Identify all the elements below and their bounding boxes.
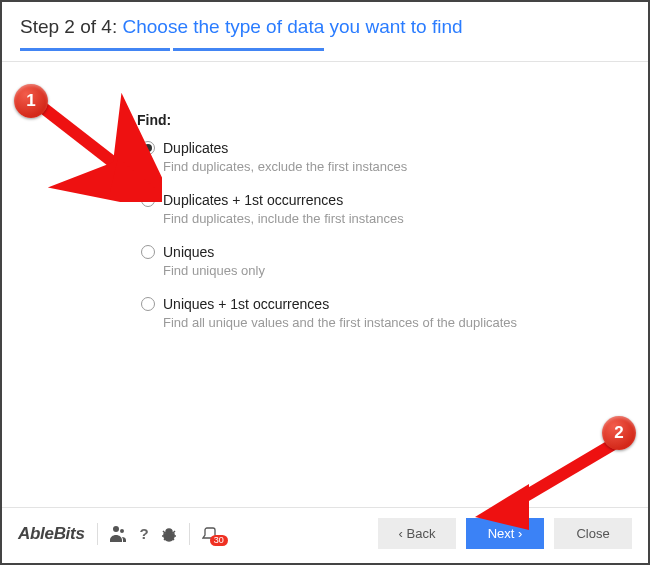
step-title: Step 2 of 4: Choose the type of data you… — [20, 16, 630, 38]
notification-badge: 30 — [210, 535, 228, 546]
chevron-left-icon: ‹ — [399, 526, 407, 541]
option-desc: Find uniques only — [163, 263, 558, 278]
brand-logo: AbleBits — [18, 524, 85, 544]
option-desc: Find duplicates, include the first insta… — [163, 211, 558, 226]
option-desc: Find duplicates, exclude the first insta… — [163, 159, 558, 174]
wizard-header: Step 2 of 4: Choose the type of data you… — [2, 2, 648, 62]
radio-icon[interactable] — [141, 297, 155, 311]
find-label: Find: — [137, 112, 558, 128]
notification-icon[interactable]: 30 — [202, 526, 218, 542]
annotation-callout-1: 1 — [14, 84, 48, 118]
option-duplicates-first[interactable]: Duplicates + 1st occurrences Find duplic… — [137, 192, 558, 226]
radio-icon[interactable] — [141, 245, 155, 259]
share-icon[interactable] — [110, 526, 128, 542]
option-uniques[interactable]: Uniques Find uniques only — [137, 244, 558, 278]
annotation-arrow-2 — [467, 432, 632, 532]
step-prefix: Step 2 of 4: — [20, 16, 122, 37]
progress-bar — [20, 48, 630, 51]
bug-icon[interactable] — [161, 526, 177, 542]
option-label: Duplicates + 1st occurrences — [163, 192, 343, 208]
back-button[interactable]: ‹ Back — [378, 518, 456, 549]
help-icon[interactable]: ? — [140, 525, 149, 542]
annotation-callout-2: 2 — [602, 416, 636, 450]
option-duplicates[interactable]: Duplicates Find duplicates, exclude the … — [137, 140, 558, 174]
annotation-arrow-1 — [32, 92, 162, 202]
option-desc: Find all unique values and the first ins… — [163, 315, 558, 330]
option-label: Uniques — [163, 244, 214, 260]
svg-marker-3 — [475, 484, 529, 530]
svg-marker-1 — [110, 158, 160, 192]
option-label: Duplicates — [163, 140, 228, 156]
option-label: Uniques + 1st occurrences — [163, 296, 329, 312]
option-uniques-first[interactable]: Uniques + 1st occurrences Find all uniqu… — [137, 296, 558, 330]
step-subtitle: Choose the type of data you want to find — [122, 16, 462, 37]
